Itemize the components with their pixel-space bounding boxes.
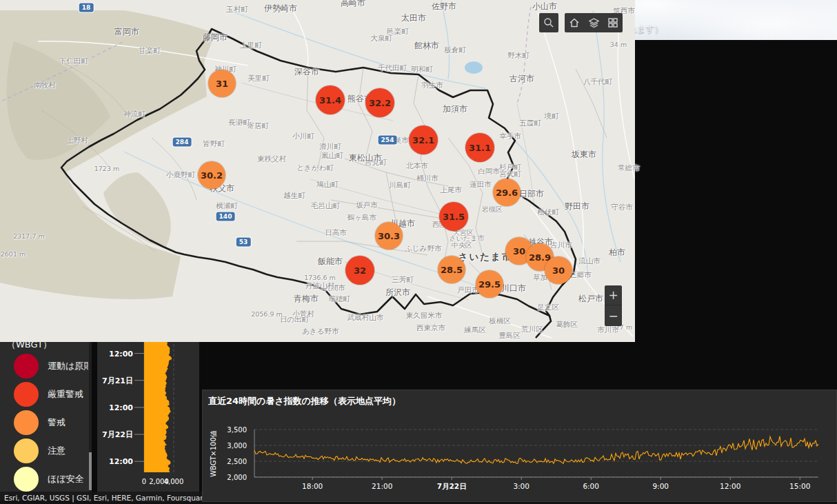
wbgt-station-marker[interactable]: 32.1 <box>409 125 438 154</box>
zoom-out-button[interactable]: − <box>605 305 622 325</box>
legend-items: 運動は原則厳重警戒警戒注意ほぼ安全 <box>0 352 92 493</box>
legend-item: ほぼ安全 <box>0 465 92 493</box>
legend-item: 注意 <box>0 436 92 465</box>
wbgt-station-marker[interactable]: 30 <box>545 256 572 284</box>
route-shield: 254 <box>379 136 397 145</box>
legend-label: 警戒 <box>48 416 65 429</box>
legend-item: 厳重警戒 <box>0 380 92 408</box>
basemap-button[interactable] <box>603 17 623 28</box>
svg-text:4,000: 4,000 <box>164 478 184 485</box>
svg-text:12:00: 12:00 <box>109 403 133 412</box>
home-button[interactable] <box>565 17 584 28</box>
wbgt-station-marker[interactable]: 31.1 <box>465 133 494 162</box>
wbgt-station-marker[interactable]: 29.5 <box>476 270 503 298</box>
legend-item: 運動は原則 <box>0 352 92 380</box>
legend-label: 運動は原則 <box>48 360 92 372</box>
legend-color-swatch <box>14 439 39 463</box>
legend-color-swatch <box>14 382 39 407</box>
route-shield: 284 <box>173 138 192 147</box>
legend-color-swatch <box>14 410 39 435</box>
legend-label: 注意 <box>48 445 65 457</box>
svg-text:2,500: 2,500 <box>227 458 247 465</box>
layers-button[interactable] <box>584 17 603 29</box>
svg-text:3,000: 3,000 <box>227 442 247 450</box>
daily-chart-title: 直近24時間の暑さ指数の推移（表示地点平均） <box>208 395 401 407</box>
svg-text:15:00: 15:00 <box>789 482 810 490</box>
basemap-gallery-icon <box>607 17 618 28</box>
home-icon <box>569 17 580 28</box>
zoom-control: + − <box>605 285 622 326</box>
wbgt-station-marker[interactable]: 31.5 <box>439 202 468 231</box>
svg-text:6:00: 6:00 <box>583 482 599 490</box>
basemap <box>0 0 635 342</box>
svg-text:7月22日: 7月22日 <box>437 482 467 490</box>
scrollbar-thumb[interactable] <box>89 452 92 490</box>
svg-text:9:00: 9:00 <box>652 482 669 490</box>
map-canvas[interactable]: 高崎市玉村町伊勢崎市太田市佐野市小山市筑西市大泉町邑楽町館林市板倉町野木町古河市… <box>0 0 635 342</box>
wbgt-station-marker[interactable]: 30.2 <box>198 161 225 189</box>
wbgt-station-marker[interactable]: 28.5 <box>438 256 465 283</box>
svg-text:3,500: 3,500 <box>227 426 247 434</box>
svg-text:WBGT×100値: WBGT×100値 <box>210 430 217 477</box>
svg-text:12:00: 12:00 <box>109 457 133 466</box>
wbgt-station-marker[interactable]: 31 <box>208 70 236 97</box>
route-shield: 18 <box>79 3 94 12</box>
legend-label: ほぼ安全 <box>48 473 84 485</box>
zoom-in-button[interactable]: + <box>605 285 622 305</box>
search-icon <box>543 17 554 28</box>
legend-color-swatch <box>14 354 39 379</box>
svg-text:2,000: 2,000 <box>227 474 247 481</box>
wbgt-station-marker[interactable]: 30.3 <box>375 222 403 250</box>
wbgt-station-marker[interactable]: 29.6 <box>493 179 521 206</box>
wbgt-station-marker[interactable]: 32 <box>345 256 374 285</box>
route-shield: 140 <box>216 212 235 221</box>
layers-icon <box>588 17 600 29</box>
svg-text:18:00: 18:00 <box>302 482 323 490</box>
legend-color-swatch <box>14 467 39 492</box>
legend-item: 警戒 <box>0 408 92 436</box>
wbgt-station-marker[interactable]: 32.2 <box>365 88 394 117</box>
svg-text:12:00: 12:00 <box>109 350 133 359</box>
svg-text:7月21日: 7月21日 <box>102 376 133 385</box>
search-button[interactable] <box>539 13 558 32</box>
svg-text:3:00: 3:00 <box>513 482 530 490</box>
svg-text:0: 0 <box>142 478 146 485</box>
svg-text:12:00: 12:00 <box>720 482 740 490</box>
map-toolbar <box>565 13 623 32</box>
svg-text:7月22日: 7月22日 <box>102 430 133 439</box>
app-window: 埼玉県の暑さ指数（WBGT） 埼玉県環境科学国際センターが独自に観測した暑さ指数… <box>0 0 837 504</box>
daily-chart-panel: 直近24時間の暑さ指数の推移（表示地点平均） 2,0002,5003,0003,… <box>202 390 837 502</box>
wbgt-station-marker[interactable]: 31.4 <box>316 85 345 114</box>
route-shield: 53 <box>236 238 251 247</box>
legend-label: 厳重警戒 <box>48 388 83 401</box>
svg-text:21:00: 21:00 <box>372 482 392 490</box>
